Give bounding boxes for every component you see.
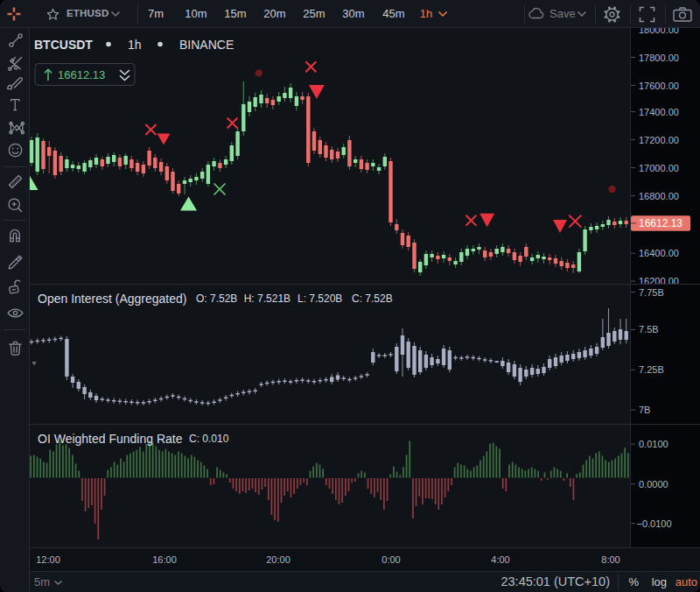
svg-text:C: 7.52B: C: 7.52B — [352, 292, 393, 305]
svg-text:17400.00: 17400.00 — [639, 107, 679, 117]
svg-text:8:00: 8:00 — [601, 554, 620, 565]
svg-text:−0.0100: −0.0100 — [637, 518, 672, 529]
svg-text:H: 7.521B: H: 7.521B — [244, 292, 290, 305]
svg-text:17600.00: 17600.00 — [639, 81, 679, 91]
svg-text:7.75B: 7.75B — [639, 287, 664, 298]
svg-text:17800.00: 17800.00 — [639, 53, 679, 63]
svg-text:4:00: 4:00 — [491, 554, 509, 565]
svg-text:O: 7.52B: O: 7.52B — [196, 292, 237, 305]
svg-text:7.5B: 7.5B — [639, 324, 659, 335]
svg-text:0:00: 0:00 — [382, 554, 400, 565]
svg-text:16:00: 16:00 — [152, 554, 177, 565]
svg-text:C: 0.010: C: 0.010 — [189, 433, 229, 445]
svg-text:0.0100: 0.0100 — [639, 439, 668, 449]
svg-text:7.25B: 7.25B — [639, 364, 664, 375]
svg-text:1h: 1h — [128, 38, 142, 52]
svg-text:17000.00: 17000.00 — [639, 163, 679, 173]
svg-text:L: 7.520B: L: 7.520B — [298, 292, 342, 305]
svg-text:0.0000: 0.0000 — [639, 479, 668, 490]
svg-text:BINANCE: BINANCE — [179, 38, 234, 52]
svg-text:OI Weighted Funding Rate: OI Weighted Funding Rate — [38, 432, 183, 446]
svg-text:BTCUSDT: BTCUSDT — [34, 38, 93, 52]
svg-text:16400.00: 16400.00 — [639, 248, 679, 258]
svg-text:16800.00: 16800.00 — [639, 191, 679, 201]
svg-text:17200.00: 17200.00 — [639, 135, 679, 145]
svg-text:12:00: 12:00 — [36, 554, 60, 565]
svg-text:Open Interest (Aggregated): Open Interest (Aggregated) — [38, 292, 186, 306]
svg-text:7B: 7B — [639, 405, 650, 415]
svg-text:16612.13: 16612.13 — [639, 217, 682, 229]
svg-text:16612.13: 16612.13 — [58, 68, 105, 81]
svg-text:20:00: 20:00 — [266, 554, 290, 565]
